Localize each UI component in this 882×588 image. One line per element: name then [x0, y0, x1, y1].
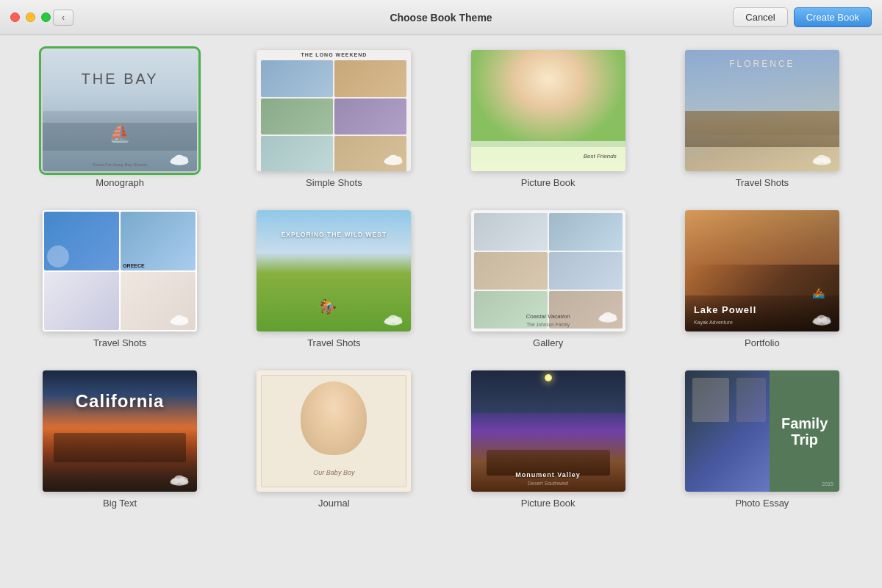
theme-cover-travel-shots-3: EXPLORING THE WILD WEST 🏇 — [257, 210, 411, 331]
family-trip-title: Family Trip — [777, 415, 832, 448]
theme-item-picture-book-2[interactable]: Monument Valley Desert Southwest Picture… — [451, 370, 646, 509]
monograph-title: THE BAY — [82, 71, 159, 87]
theme-item-journal[interactable]: Our Baby Boy Journal — [236, 370, 431, 509]
minimize-button[interactable] — [26, 12, 35, 22]
theme-label-gallery: Gallery — [533, 337, 563, 348]
cloud-icon — [383, 312, 404, 326]
theme-item-gallery[interactable]: Coastal Vacation The Johnson Family Gall… — [451, 210, 646, 348]
cloud-icon — [383, 152, 404, 165]
back-button[interactable]: ‹ — [53, 10, 74, 26]
theme-cover-journal: Our Baby Boy — [257, 370, 411, 492]
theme-grid-container: THE BAY ⛵ Some Far Away Bay Shores Monog… — [0, 35, 882, 588]
svg-point-15 — [174, 315, 184, 323]
theme-label-photo-essay: Photo Essay — [735, 498, 789, 509]
svg-point-11 — [817, 155, 827, 162]
monument-title: Monument Valley — [515, 471, 581, 478]
theme-item-photo-essay[interactable]: Family Trip 2015 Photo Essay — [664, 370, 860, 509]
theme-cover-photo-essay: Family Trip 2015 — [685, 370, 839, 492]
maximize-button[interactable] — [41, 12, 51, 22]
svg-point-27 — [817, 315, 827, 323]
picturebook1-caption: Best Friends — [584, 153, 617, 159]
theme-label-journal: Journal — [318, 498, 350, 509]
theme-cover-picture-book-1: Best Friends — [471, 50, 625, 171]
gallery-caption: Coastal Vacation — [526, 313, 570, 320]
theme-cover-travel-shots-2: GREECE — [43, 210, 197, 331]
theme-label-big-text: Big Text — [103, 498, 137, 509]
theme-label-picture-book-1: Picture Book — [521, 177, 576, 188]
svg-point-3 — [174, 155, 184, 162]
theme-label-portfolio: Portfolio — [745, 337, 780, 348]
titlebar: ‹ Choose Book Theme Cancel Create Book — [0, 0, 882, 35]
wild-west-title: EXPLORING THE WILD WEST — [282, 231, 387, 238]
portfolio-subtitle: Kayak Adventure — [694, 320, 733, 325]
svg-point-19 — [388, 315, 398, 323]
simple-shots-title: THE LONG WEEKEND — [257, 52, 411, 57]
svg-point-23 — [603, 312, 613, 320]
titlebar-actions: Cancel Create Book — [733, 7, 872, 27]
theme-label-travel-shots-1: Travel Shots — [736, 177, 789, 188]
cloud-icon — [811, 312, 832, 326]
theme-label-picture-book-2: Picture Book — [521, 498, 576, 509]
cancel-button[interactable]: Cancel — [733, 7, 787, 27]
theme-item-simple-shots[interactable]: THE LONG WEEKEND Simple Shots — [236, 50, 431, 188]
theme-item-travel-shots-2[interactable]: GREECE Travel Shots — [22, 210, 218, 348]
family-trip-year: 2015 — [822, 481, 833, 487]
theme-item-monograph[interactable]: THE BAY ⛵ Some Far Away Bay Shores Monog… — [22, 50, 218, 188]
theme-cover-gallery: Coastal Vacation The Johnson Family — [471, 210, 625, 331]
theme-label-simple-shots: Simple Shots — [306, 177, 362, 188]
window-title: Choose Book Theme — [390, 12, 492, 24]
theme-cover-simple-shots: THE LONG WEEKEND — [257, 50, 411, 171]
theme-item-travel-shots-1[interactable]: FLORENCE Travel Shots — [664, 50, 860, 188]
monograph-subtitle: Some Far Away Bay Shores — [93, 162, 148, 167]
theme-item-portfolio[interactable]: Lake Powell Kayak Adventure 🚣 Portfolio — [664, 210, 860, 348]
cloud-icon — [169, 152, 190, 165]
theme-cover-monograph: THE BAY ⛵ Some Far Away Bay Shores — [43, 50, 197, 171]
monument-subtitle: Desert Southwest — [528, 481, 568, 486]
window-controls — [10, 12, 51, 22]
theme-cover-big-text: California — [43, 370, 197, 492]
svg-point-7 — [388, 155, 398, 162]
cloud-icon — [811, 152, 832, 165]
theme-cover-portfolio: Lake Powell Kayak Adventure 🚣 — [685, 210, 839, 331]
portfolio-title: Lake Powell — [694, 304, 756, 315]
svg-point-31 — [174, 476, 184, 483]
cloud-icon — [598, 309, 618, 323]
cloud-icon — [169, 312, 190, 326]
travel-shots-1-title: FLORENCE — [729, 59, 795, 69]
gallery-subcaption: The Johnson Family — [526, 322, 570, 327]
theme-label-travel-shots-2: Travel Shots — [93, 337, 147, 348]
close-button[interactable] — [10, 12, 20, 22]
theme-item-big-text[interactable]: California Big Text — [22, 370, 218, 509]
cloud-icon — [169, 473, 190, 486]
theme-cover-picture-book-2: Monument Valley Desert Southwest — [471, 370, 625, 492]
create-book-button[interactable]: Create Book — [794, 7, 872, 27]
theme-grid: THE BAY ⛵ Some Far Away Bay Shores Monog… — [22, 50, 860, 509]
journal-caption: Our Baby Boy — [313, 469, 354, 476]
california-title: California — [76, 391, 165, 412]
theme-label-monograph: Monograph — [96, 177, 144, 188]
theme-item-travel-shots-3[interactable]: EXPLORING THE WILD WEST 🏇 Travel Shots — [236, 210, 431, 348]
theme-cover-travel-shots-1: FLORENCE — [685, 50, 839, 171]
theme-item-picture-book-1[interactable]: Best Friends Picture Book — [451, 50, 646, 188]
theme-label-travel-shots-3: Travel Shots — [307, 337, 361, 348]
